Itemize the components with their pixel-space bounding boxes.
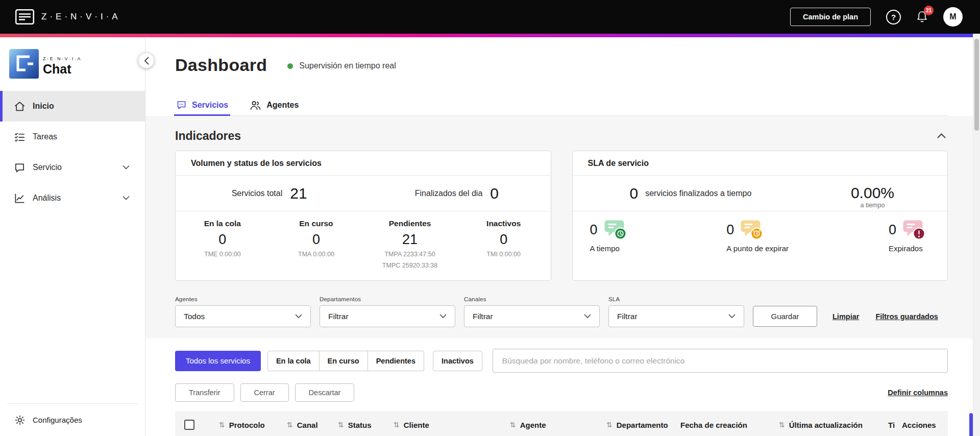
stat-value: 0 bbox=[457, 232, 551, 248]
col-agente[interactable]: ⇅ Agente bbox=[510, 421, 606, 429]
tab-agentes[interactable]: Agentes bbox=[249, 94, 300, 115]
on-time-chat-clock-icon bbox=[603, 219, 627, 240]
sidebar-item-inicio[interactable]: Inicio bbox=[0, 91, 145, 122]
sidebar-footer-label: Configurações bbox=[33, 416, 82, 424]
sidebar-item-analisis[interactable]: Análisis bbox=[0, 183, 145, 213]
col-label: Última actualización bbox=[789, 421, 863, 429]
sidebar-item-label: Tareas bbox=[33, 132, 57, 141]
chevron-down-icon bbox=[122, 196, 130, 201]
indicators-section: Indicadores Volumen y status de los serv… bbox=[145, 116, 973, 338]
sidebar-item-servicio[interactable]: Servicio bbox=[0, 152, 145, 183]
total-finalizados: Finalizados del dia 0 bbox=[363, 185, 550, 202]
page-scrollbar bbox=[973, 34, 980, 436]
sidebar-nav: Inicio Tareas Servicio Anál bbox=[0, 91, 145, 213]
zenvia-chat-app: Z·E·N·V·I·A Cambio de plan ? 21 M bbox=[0, 0, 980, 436]
chat-bubble-icon bbox=[176, 100, 187, 110]
discard-button[interactable]: Descartar bbox=[295, 383, 355, 402]
sort-icon: ⇅ bbox=[779, 421, 785, 429]
stat-pendientes: Pendientes 21 TMPA 2233:47:50 TMPC 25920… bbox=[363, 219, 457, 280]
sla-select[interactable]: Filtrar bbox=[608, 305, 744, 327]
filter-departamentos: Departamentos Filtrar bbox=[320, 296, 455, 327]
col-departamento[interactable]: ⇅ Departamento bbox=[606, 421, 680, 429]
logo-product: Chat bbox=[43, 62, 82, 77]
main-tabs: Servicios Agentes bbox=[175, 94, 948, 116]
sla-stat-top: 0 bbox=[889, 219, 925, 240]
sla-card-title: SLA de servicio bbox=[573, 151, 948, 176]
notification-badge: 21 bbox=[924, 6, 934, 15]
select-value: Filtrar bbox=[473, 312, 493, 321]
filter-tab-inactivos[interactable]: Inactivos bbox=[433, 351, 482, 371]
col-status[interactable]: ⇅ Status bbox=[338, 421, 394, 429]
tasks-icon bbox=[14, 131, 26, 143]
logo-brand-small: Z·E·N·V·I·A bbox=[43, 56, 82, 61]
col-label: Departamento bbox=[617, 421, 668, 429]
sla-stat-label: A punto de expirar bbox=[726, 244, 789, 253]
agents-select[interactable]: Todos bbox=[175, 305, 311, 327]
sidebar-collapse-button[interactable] bbox=[138, 53, 154, 68]
table-scrollbar-thumb[interactable] bbox=[969, 413, 973, 436]
topbar: Z·E·N·V·I·A Cambio de plan ? 21 M bbox=[0, 0, 980, 34]
stat-value: 0 bbox=[270, 232, 363, 248]
bulk-actions-row: Transferir Cerrar Descartar Definir colu… bbox=[145, 383, 973, 402]
col-label: Status bbox=[348, 421, 372, 429]
chat-icon bbox=[14, 162, 26, 174]
filters-bar: Agentes Todos Departamentos Filtrar Cana… bbox=[175, 296, 948, 327]
tab-servicios[interactable]: Servicios bbox=[175, 94, 229, 115]
live-status-text: Supervisión en tiempo real bbox=[299, 61, 396, 70]
clear-filters-link[interactable]: Limpiar bbox=[832, 312, 859, 321]
table-header: ⇅ Protocolo ⇅ Canal ⇅ Status ⇅ Cliente ⇅ bbox=[175, 411, 948, 436]
transfer-button[interactable]: Transferir bbox=[175, 383, 234, 402]
filter-tab-todos-los-servicios[interactable]: Todos los servicios bbox=[175, 351, 261, 371]
sla-stat-label: Expirados bbox=[889, 244, 925, 253]
agents-icon bbox=[250, 100, 261, 110]
stat-sub: TMPC 25920:33:38 bbox=[363, 261, 457, 270]
chevron-up-icon bbox=[937, 133, 946, 138]
analytics-icon bbox=[14, 192, 26, 204]
select-all-checkbox[interactable] bbox=[184, 420, 194, 430]
departments-select[interactable]: Filtrar bbox=[320, 305, 455, 327]
page-scrollbar-thumb[interactable] bbox=[974, 39, 979, 131]
filter-agentes: Agentes Todos bbox=[175, 296, 311, 327]
change-plan-button[interactable]: Cambio de plan bbox=[790, 8, 871, 26]
col-canal[interactable]: ⇅ Canal bbox=[287, 421, 338, 429]
live-status-dot bbox=[287, 63, 293, 69]
search-input[interactable] bbox=[493, 349, 948, 373]
sla-percent-label: a tiempo bbox=[851, 202, 894, 209]
sidebar-item-tareas[interactable]: Tareas bbox=[0, 122, 145, 152]
sidebar-item-configuracoes[interactable]: Configurações bbox=[7, 403, 138, 436]
status-filter-group: En la cola En curso Pendientes bbox=[267, 351, 424, 371]
sla-stat-label: A tiempo bbox=[590, 244, 627, 253]
help-icon[interactable]: ? bbox=[886, 10, 901, 25]
col-ultima-actualizacion[interactable]: ⇅ Última actualización bbox=[779, 421, 888, 429]
main-content: Dashboard Supervisión en tiempo real Ser… bbox=[145, 37, 973, 436]
filter-tab-en-curso[interactable]: En curso bbox=[320, 351, 368, 371]
expired-chat-alert-icon bbox=[901, 219, 925, 240]
channels-select[interactable]: Filtrar bbox=[464, 305, 600, 327]
volume-card-stats: En la cola 0 TME 0:00:00 En curso 0 TMA … bbox=[176, 211, 551, 280]
filter-tab-pendientes[interactable]: Pendientes bbox=[368, 351, 424, 371]
volume-status-card: Volumen y status de los servicios Servic… bbox=[175, 151, 551, 281]
saved-filters-link[interactable]: Filtros guardados bbox=[875, 312, 938, 321]
sort-icon: ⇅ bbox=[219, 421, 225, 429]
stat-value: 0 bbox=[176, 232, 270, 248]
col-protocolo[interactable]: ⇅ Protocolo bbox=[219, 421, 287, 429]
define-columns-link[interactable]: Definir columnas bbox=[888, 389, 948, 397]
notifications-button[interactable]: 21 bbox=[916, 10, 928, 23]
close-button[interactable]: Cerrar bbox=[240, 383, 289, 402]
stat-en-curso: En curso 0 TMA 0:00:00 bbox=[270, 219, 363, 280]
col-fecha-creacion[interactable]: Fecha de creación bbox=[680, 421, 779, 429]
col-acciones: Acciones bbox=[902, 421, 948, 429]
col-cliente[interactable]: ⇅ Cliente bbox=[394, 421, 510, 429]
filter-tab-en-la-cola[interactable]: En la cola bbox=[267, 351, 320, 371]
save-filters-button[interactable]: Guardar bbox=[753, 306, 817, 327]
service-filter-row: Todos los servicios En la cola En curso … bbox=[145, 349, 973, 373]
page-header: Dashboard Supervisión en tiempo real bbox=[145, 55, 973, 75]
about-to-expire-chat-alarm-icon bbox=[739, 219, 763, 240]
collapse-indicators-button[interactable] bbox=[935, 130, 948, 142]
col-tiempo[interactable]: Ti bbox=[888, 421, 902, 429]
home-icon bbox=[14, 101, 26, 112]
sort-icon: ⇅ bbox=[394, 421, 400, 429]
col-label: Cliente bbox=[404, 421, 429, 429]
avatar[interactable]: M bbox=[943, 7, 963, 27]
sla-summary: 0 servicios finalizados a tiempo 0.00% a… bbox=[573, 176, 948, 211]
